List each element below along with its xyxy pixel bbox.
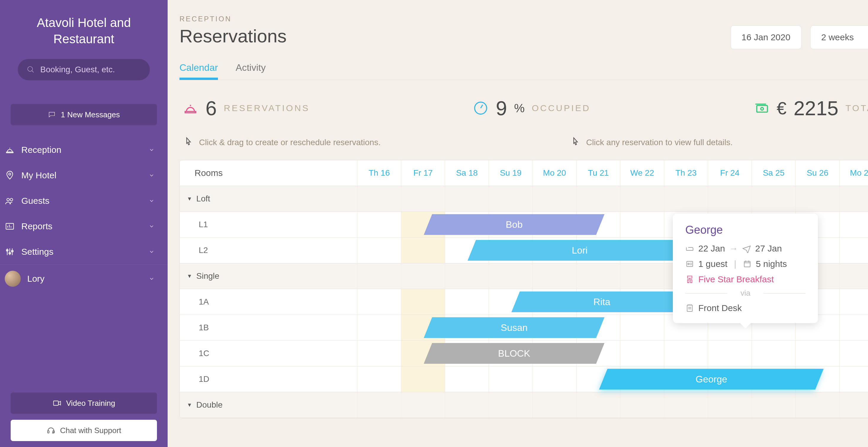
nav-label: Settings: [21, 247, 53, 257]
tooltip-via: via: [685, 289, 806, 298]
stat-number: 2215: [794, 96, 838, 120]
chevron-down-icon: [149, 274, 155, 284]
day-header[interactable]: We 22: [620, 160, 664, 186]
reservation-label: George: [695, 374, 727, 385]
reservation-susan[interactable]: Susan: [424, 317, 604, 338]
tab-activity[interactable]: Activity: [236, 62, 266, 80]
svg-point-0: [28, 67, 33, 71]
triangle-down-icon: ▼: [187, 196, 192, 202]
day-header[interactable]: Fr 24: [708, 160, 752, 186]
page-title: Reservations: [180, 26, 287, 47]
chevron-down-icon: [149, 170, 155, 180]
room-label: L2: [180, 238, 358, 263]
room-row-1c[interactable]: 1C BLOCK: [180, 341, 868, 366]
group-label: Double: [196, 400, 223, 410]
calendar-icon: [743, 260, 752, 268]
date-picker[interactable]: 16 Jan 2020: [731, 26, 801, 49]
headset-icon: [46, 426, 55, 435]
nav-my-hotel[interactable]: My Hotel: [0, 162, 167, 188]
sliders-icon: [5, 247, 15, 257]
calendar-grid[interactable]: Rooms Th 16 Fr 17 Sa 18 Su 19 Mo 20 Tu 2…: [180, 160, 868, 418]
svg-rect-20: [687, 305, 692, 311]
bed-icon: [685, 244, 694, 253]
hint-text: Click & drag to create or reschedule res…: [199, 138, 380, 147]
messages-button[interactable]: 1 New Messages: [11, 104, 157, 125]
chevron-down-icon: [149, 221, 155, 231]
day-header[interactable]: Su 26: [796, 160, 840, 186]
group-double[interactable]: ▼Double: [180, 392, 868, 418]
reservation-george[interactable]: George: [599, 369, 824, 390]
day-header[interactable]: Mo 20: [533, 160, 577, 186]
room-label: 1D: [180, 366, 358, 392]
chevron-down-icon: [149, 196, 155, 206]
calendar-header-row: Rooms Th 16 Fr 17 Sa 18 Su 19 Mo 20 Tu 2…: [180, 160, 868, 186]
nav-label: Guests: [21, 196, 50, 206]
plane-icon: [742, 244, 751, 253]
nav-reports[interactable]: Reports: [0, 214, 167, 239]
day-header[interactable]: Mo 27: [840, 160, 868, 186]
day-header[interactable]: Th 16: [358, 160, 401, 186]
user-menu[interactable]: Lory: [0, 265, 167, 293]
day-header[interactable]: Th 23: [664, 160, 708, 186]
bell-icon: [182, 100, 198, 116]
reservation-block[interactable]: BLOCK: [424, 343, 604, 364]
stat-total: € 2215 TOTAL: [753, 96, 868, 120]
day-header[interactable]: Fr 17: [401, 160, 445, 186]
group-loft[interactable]: ▼Loft: [180, 186, 868, 212]
chat-icon: [48, 111, 56, 119]
reservation-tooltip: George 22 Jan → 27 Jan 1 guest | 5 night…: [673, 214, 818, 323]
day-header[interactable]: Sa 18: [445, 160, 489, 186]
guest-icon: [685, 260, 694, 268]
nav-settings[interactable]: Settings: [0, 239, 167, 265]
svg-rect-11: [48, 431, 49, 433]
report-icon: [5, 221, 15, 231]
nav-reception[interactable]: Reception: [0, 137, 167, 162]
room-label: 1A: [180, 289, 358, 315]
reservation-label: BLOCK: [498, 348, 530, 359]
reservation-rita[interactable]: Rita: [512, 292, 692, 312]
footer-label: Video Training: [66, 399, 115, 408]
day-header[interactable]: Su 19: [489, 160, 533, 186]
chat-support-button[interactable]: Chat with Support: [11, 420, 157, 441]
tooltip-source: Front Desk: [698, 303, 742, 313]
room-label: L1: [180, 212, 358, 237]
stat-number: 6: [206, 96, 217, 120]
svg-rect-9: [54, 401, 58, 406]
footer-label: Chat with Support: [60, 426, 121, 435]
bell-icon: [5, 145, 15, 155]
arrow-icon: →: [729, 243, 738, 254]
tooltip-name: George: [685, 224, 806, 236]
currency-symbol: €: [776, 98, 786, 118]
svg-rect-19: [688, 276, 692, 278]
pointer-icon: [182, 137, 194, 148]
day-header[interactable]: Tu 21: [577, 160, 620, 186]
room-label: 1C: [180, 341, 358, 366]
plan-icon: [685, 275, 694, 284]
reservation-bob[interactable]: Bob: [424, 214, 604, 235]
reservation-lori[interactable]: Lori: [468, 240, 692, 261]
stat-reservations: 6 RESERVATIONS: [182, 96, 310, 120]
tab-calendar[interactable]: Calendar: [180, 62, 218, 80]
search-input[interactable]: Booking, Guest, etc.: [18, 59, 150, 80]
nav-guests[interactable]: Guests: [0, 188, 167, 214]
room-row-1d[interactable]: 1D George: [180, 366, 868, 392]
room-label: 1B: [180, 315, 358, 340]
video-training-button[interactable]: Video Training: [11, 392, 157, 414]
group-label: Loft: [196, 194, 210, 204]
range-select[interactable]: 2 weeks: [810, 26, 868, 49]
rooms-header: Rooms: [180, 160, 358, 186]
people-icon: [5, 196, 15, 206]
svg-rect-14: [757, 106, 768, 112]
svg-point-17: [688, 263, 689, 265]
triangle-down-icon: ▼: [187, 402, 192, 408]
hint-text: Click any reservation to view full detai…: [586, 138, 733, 147]
svg-point-2: [8, 173, 11, 175]
cash-icon: [753, 100, 769, 116]
stat-unit: %: [514, 101, 525, 115]
svg-line-1: [32, 71, 34, 72]
day-header[interactable]: Sa 25: [752, 160, 796, 186]
nav-label: My Hotel: [21, 170, 56, 180]
reservation-label: Bob: [506, 219, 523, 230]
nav-label: Reception: [21, 145, 61, 155]
hint-drag: Click & drag to create or reschedule res…: [182, 137, 380, 148]
